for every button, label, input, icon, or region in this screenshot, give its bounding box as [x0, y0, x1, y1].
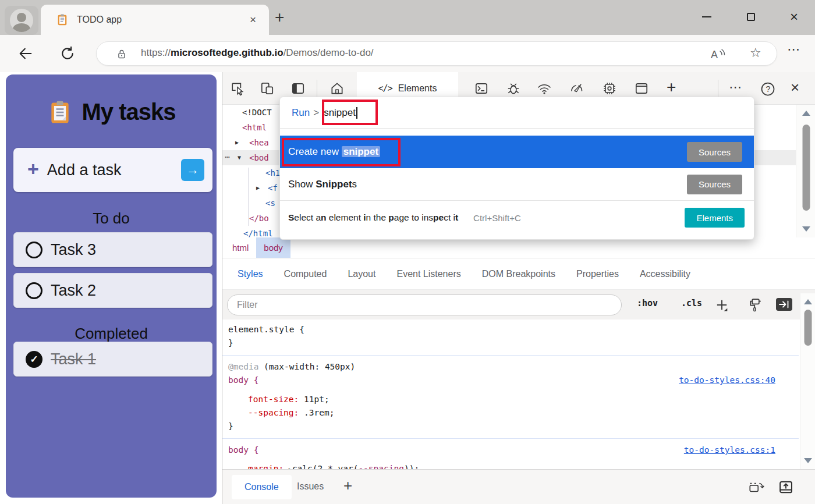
more-tabs-plus-icon[interactable]: +: [667, 78, 676, 97]
style-rule-body-media[interactable]: body {to-do-styles.css:40: [222, 374, 799, 387]
breadcrumb-html[interactable]: html: [225, 237, 256, 258]
result-label: Create new snippet: [288, 146, 380, 158]
drawer-position-icon[interactable]: [747, 479, 765, 495]
devtools-more-menu-icon[interactable]: ⋯: [729, 80, 743, 95]
console-panel-icon[interactable]: [474, 81, 489, 96]
command-result-create-snippet[interactable]: Create new snippet Sources: [280, 136, 754, 168]
command-input-row[interactable]: Run > snippet: [280, 97, 754, 129]
help-icon[interactable]: ?: [760, 81, 776, 97]
task-checkbox-checked[interactable]: ✓: [26, 351, 42, 368]
devtools-close-icon[interactable]: ×: [791, 79, 799, 97]
scroll-down-arrow[interactable]: [802, 226, 810, 232]
application-icon[interactable]: [634, 81, 649, 96]
browser-tab[interactable]: TODO app ×: [41, 5, 269, 35]
read-aloud-icon[interactable]: A: [709, 46, 727, 62]
command-query-text[interactable]: snippet: [324, 107, 356, 119]
tab-dom-breakpoints[interactable]: DOM Breakpoints: [482, 269, 555, 279]
activity-bar-toggle-icon[interactable]: [290, 81, 306, 96]
new-style-rule-icon[interactable]: [714, 297, 730, 313]
device-emulation-icon[interactable]: [260, 81, 275, 96]
breadcrumb-body[interactable]: body: [256, 237, 290, 258]
task-label: Task 2: [51, 282, 96, 300]
node-more-actions-icon[interactable]: ⋯: [225, 150, 231, 165]
css-property[interactable]: font-size: 11pt;: [222, 393, 799, 406]
url-text[interactable]: https://microsoftedge.github.io/Demos/de…: [141, 47, 374, 59]
add-task-field[interactable]: + Add a task →: [13, 148, 212, 192]
toggle-element-classes[interactable]: .cls: [681, 298, 702, 308]
lock-icon[interactable]: [115, 48, 128, 61]
dom-breadcrumbs: html body: [222, 237, 815, 258]
toolbar-divider: [718, 80, 718, 97]
sidebar-tabs: Styles Computed Layout Event Listeners D…: [222, 258, 815, 290]
scroll-up-arrow[interactable]: [804, 299, 812, 304]
performance-icon[interactable]: [569, 81, 585, 96]
memory-icon[interactable]: [602, 81, 617, 96]
tab-layout[interactable]: Layout: [348, 269, 375, 279]
window-close-button[interactable]: ×: [784, 9, 805, 24]
drawer-tab-issues[interactable]: Issues: [297, 481, 324, 492]
media-query[interactable]: @media (max-width: 450px): [222, 360, 799, 374]
browser-menu-button[interactable]: ⋯: [787, 42, 801, 57]
avatar: [10, 9, 33, 32]
computed-styles-brush-icon[interactable]: [747, 297, 764, 313]
run-prefix: Run: [292, 107, 310, 119]
style-rule-element[interactable]: element.style {: [222, 323, 799, 336]
style-rule-body[interactable]: body {to-do-styles.css:1: [222, 443, 799, 457]
css-property[interactable]: --spacing: .3rem;: [222, 406, 799, 420]
tab-close-icon[interactable]: ×: [250, 13, 256, 26]
scrollbar-thumb[interactable]: [802, 125, 810, 211]
reload-button[interactable]: [59, 45, 76, 62]
toggle-element-state-icon[interactable]: [775, 297, 793, 312]
drawer-add-tab-icon[interactable]: +: [343, 477, 352, 495]
styles-scrollbar[interactable]: [800, 293, 815, 469]
command-result-show-snippets[interactable]: Show Snippets Sources: [280, 168, 754, 201]
submit-task-button[interactable]: →: [181, 159, 204, 181]
scroll-down-arrow[interactable]: [804, 458, 812, 463]
stylesheet-link[interactable]: to-do-styles.css:1: [684, 443, 775, 457]
add-task-label: Add a task: [47, 161, 181, 179]
home-icon[interactable]: [329, 81, 345, 96]
tab-properties[interactable]: Properties: [576, 269, 619, 279]
inspect-element-icon[interactable]: [231, 81, 246, 96]
expand-collapsed-icon[interactable]: ▶: [256, 180, 260, 196]
new-tab-button[interactable]: +: [275, 8, 284, 27]
task-checkbox[interactable]: [26, 282, 42, 299]
rule-divider: [222, 438, 799, 439]
tab-event-listeners[interactable]: Event Listeners: [396, 269, 460, 279]
back-button[interactable]: [17, 45, 34, 62]
window-minimize-button[interactable]: [696, 9, 717, 24]
dom-scrollbar[interactable]: [796, 105, 815, 237]
task-row-completed[interactable]: ✓ Task 1: [13, 342, 212, 377]
scrollbar-thumb[interactable]: [805, 310, 812, 346]
profile-button[interactable]: [5, 6, 38, 35]
styles-filter-bar: :hov .cls: [222, 290, 815, 320]
code-brackets-icon: </>: [378, 83, 392, 94]
expand-drawer-icon[interactable]: [777, 479, 795, 495]
window-maximize-button[interactable]: [740, 9, 761, 24]
favorites-star-icon[interactable]: ☆: [750, 45, 761, 61]
page-background: My tasks + Add a task → To do Task 3 Tas…: [0, 72, 222, 504]
tab-computed[interactable]: Computed: [284, 269, 327, 279]
expand-expanded-icon[interactable]: ▼: [238, 150, 241, 165]
expand-collapsed-icon[interactable]: ▶: [235, 135, 239, 150]
command-result-select-element[interactable]: Select an element in the page to inspect…: [280, 201, 754, 234]
scroll-up-arrow[interactable]: [802, 111, 810, 116]
task-checkbox[interactable]: [26, 242, 42, 258]
todo-app-panel: My tasks + Add a task → To do Task 3 Tas…: [6, 74, 217, 498]
debugger-bug-icon[interactable]: [506, 81, 521, 96]
tab-accessibility[interactable]: Accessibility: [640, 269, 690, 279]
stylesheet-link[interactable]: to-do-styles.css:40: [679, 374, 775, 387]
tab-styles[interactable]: Styles: [238, 269, 263, 279]
url-host: microsoftedge.github.io: [171, 47, 284, 58]
toggle-hover-state[interactable]: :hov: [637, 298, 658, 308]
css-variable-link[interactable]: --spacing: [358, 464, 404, 469]
drawer-tab-console[interactable]: Console: [232, 475, 292, 499]
css-property[interactable]: margin: ▶calc(2 * var(--spacing));: [222, 462, 799, 469]
app-title: My tasks: [82, 99, 176, 125]
address-bar[interactable]: https://microsoftedge.github.io/Demos/de…: [96, 41, 777, 66]
styles-filter-input[interactable]: [227, 294, 622, 315]
network-wifi-icon[interactable]: [536, 81, 552, 96]
task-row[interactable]: Task 3: [13, 232, 212, 267]
task-row[interactable]: Task 2: [13, 273, 212, 308]
command-menu: Run > snippet Create new snippet Sources…: [279, 97, 754, 240]
